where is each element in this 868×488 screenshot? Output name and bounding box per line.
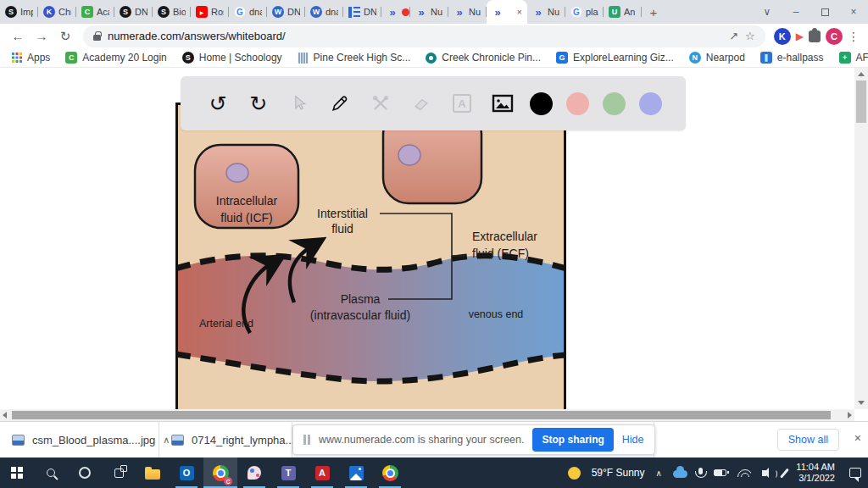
google-favicon: G (234, 6, 246, 18)
vertical-scrollbar[interactable] (854, 68, 868, 409)
url-omnibox[interactable]: numerade.com/answers/whiteboard/ ↗ ☆ (83, 25, 765, 47)
microphone-icon[interactable] (698, 468, 703, 474)
clock[interactable]: 11:04 AM 3/1/2022 (796, 462, 835, 484)
onedrive-cloud-icon[interactable] (673, 470, 687, 478)
tab-schoology-biol[interactable]: SBiol (153, 0, 191, 24)
download-item-lymphatic[interactable]: 0714_right_lympha....jpg (159, 422, 292, 458)
tab-numerade-nu-2[interactable]: »Nu (448, 0, 487, 24)
outlook-button[interactable]: O (170, 458, 203, 488)
cortana-button[interactable] (68, 458, 102, 488)
bookmark-afclax[interactable]: +AFCLAX Fall 2021-... (839, 52, 868, 64)
scroll-down-arrow[interactable] (858, 401, 865, 405)
forward-button[interactable]: → (32, 29, 51, 43)
bookmark-star-icon[interactable]: ☆ (745, 30, 755, 42)
task-view-button[interactable] (102, 458, 136, 488)
chrome-active-button[interactable]: C (203, 458, 237, 488)
hidden-icons-chevron[interactable]: ∧ (656, 469, 662, 478)
eraser-tool-button[interactable] (408, 90, 435, 117)
show-all-downloads-button[interactable]: Show all (777, 429, 839, 451)
photos-button[interactable] (339, 458, 373, 488)
close-window-button[interactable]: × (839, 0, 868, 24)
tab-academy-aca[interactable]: CAca (76, 0, 114, 24)
stop-sharing-button[interactable]: Stop sharing (532, 428, 613, 452)
weather-text[interactable]: 59°F Sunny (592, 467, 645, 479)
color-swatch-green[interactable] (603, 92, 626, 115)
image-file-icon (171, 435, 184, 446)
file-explorer-button[interactable] (136, 458, 170, 488)
k-avatar[interactable]: K (774, 28, 791, 45)
extensions-puzzle-icon[interactable] (809, 30, 821, 42)
tab-numerade-nu-1[interactable]: »Nu (410, 0, 448, 24)
pen-tool-button[interactable] (326, 90, 353, 117)
tab-google-dna[interactable]: Gdna (229, 0, 267, 24)
scroll-right-arrow[interactable] (848, 412, 852, 419)
hide-sharing-link[interactable]: Hide (622, 434, 644, 446)
minimize-button[interactable]: – (782, 0, 810, 24)
horizontal-scrollbar[interactable] (0, 409, 854, 421)
screen-sharing-banner: www.numerade.com is sharing your screen.… (292, 424, 655, 455)
tab-kami-chr[interactable]: KChr (38, 0, 76, 24)
tab-wiki-dna[interactable]: Wdna (305, 0, 343, 24)
url-text[interactable]: numerade.com/answers/whiteboard/ (108, 30, 722, 42)
undo-button[interactable]: ↺ (204, 90, 231, 117)
bookmark-creek-chronicle[interactable]: Creek Chronicle Pin... (426, 52, 541, 64)
scroll-up-arrow[interactable] (858, 72, 865, 76)
classroom-icon: + (839, 52, 851, 64)
wifi-icon[interactable] (737, 469, 751, 477)
weather-sun-icon[interactable] (568, 467, 581, 480)
tab-ugreen-an[interactable]: UAn (604, 0, 642, 24)
tab-schoology-imp[interactable]: SImp (0, 0, 38, 24)
screencast-extension-icon[interactable]: ▶ (796, 30, 804, 42)
bookmark-nearpod[interactable]: NNearpod (689, 52, 745, 64)
pointer-tool-button[interactable] (286, 90, 313, 117)
scroll-left-arrow[interactable] (3, 412, 7, 419)
speaker-icon[interactable] (762, 470, 766, 476)
shapes-tool-button[interactable] (367, 90, 394, 117)
bookmark-academy-login[interactable]: CAcademy 20 Login (65, 52, 166, 64)
bookmark-pine-creek[interactable]: Pine Creek High Sc... (298, 52, 411, 64)
download-item-blood-plasma[interactable]: csm_Blood_plasma....jpg ∧ (0, 422, 159, 458)
teams-button[interactable]: T (271, 458, 305, 488)
horizontal-scroll-thumb[interactable] (12, 411, 831, 419)
tab-numerade-active[interactable]: »× (487, 0, 527, 24)
taskbar-search-button[interactable] (34, 458, 68, 488)
reload-button[interactable]: ↻ (56, 29, 75, 44)
start-button[interactable] (0, 458, 34, 488)
action-center-icon[interactable] (849, 468, 861, 478)
tab-schoology-dn[interactable]: SDN (114, 0, 153, 24)
maximize-button[interactable] (810, 0, 839, 24)
bookmark-apps[interactable]: Apps (12, 52, 50, 64)
bookmark-schoology[interactable]: SHome | Schoology (182, 52, 282, 64)
tab-youtube-ros[interactable]: ▶Ros (191, 0, 229, 24)
back-button[interactable]: ← (8, 29, 27, 43)
chrome-secondary-button[interactable] (373, 458, 407, 488)
tab-search-button[interactable]: ∨ (753, 0, 782, 24)
redo-button[interactable]: ↻ (245, 90, 272, 117)
tab-numerade-recording[interactable]: » (381, 0, 410, 24)
fluid-compartments-diagram-image[interactable]: Intracellular fluid (ICF) Interstitial f… (175, 103, 566, 409)
close-tab-icon[interactable]: × (517, 7, 522, 17)
paint3d-button[interactable] (237, 458, 271, 488)
browser-menu-icon[interactable]: ⋮ (848, 30, 860, 43)
acrobat-button[interactable]: A (305, 458, 339, 488)
icf-label-line1: Intracellular (216, 194, 278, 208)
profile-avatar[interactable]: C (826, 28, 843, 45)
new-tab-button[interactable]: + (642, 0, 665, 24)
close-downloads-bar-icon[interactable]: × (854, 431, 861, 445)
text-tool-button[interactable]: A (448, 90, 476, 117)
share-icon[interactable]: ↗ (729, 30, 738, 42)
image-tool-button[interactable] (489, 90, 516, 117)
pen-input-icon[interactable] (780, 468, 788, 478)
vertical-scroll-thumb[interactable] (856, 80, 866, 123)
tab-google-pla[interactable]: Gpla (565, 0, 604, 24)
tab-numerade-nu-3[interactable]: »Nu (527, 0, 565, 24)
whiteboard-canvas[interactable]: Intracellular fluid (ICF) Interstitial f… (0, 68, 868, 421)
bookmark-explorelearning[interactable]: GExploreLearning Giz... (556, 52, 674, 64)
color-swatch-purple[interactable] (639, 92, 662, 115)
battery-icon[interactable] (714, 469, 726, 476)
bookmark-ehallpass[interactable]: ∥e-hallpass (760, 52, 824, 64)
tab-lines-dn[interactable]: DN (343, 0, 381, 24)
tab-wiki-dn[interactable]: WDN (267, 0, 305, 24)
color-swatch-black[interactable] (530, 92, 553, 115)
color-swatch-pink[interactable] (566, 92, 589, 115)
